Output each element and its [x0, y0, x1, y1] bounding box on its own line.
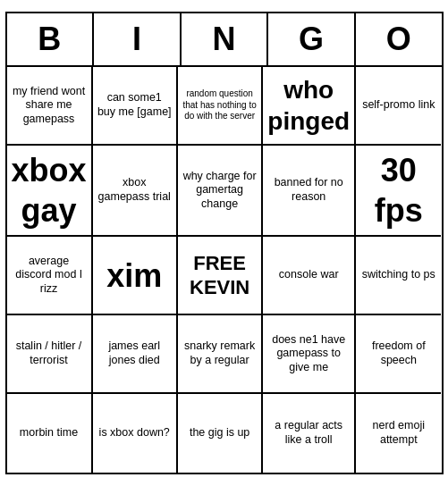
bingo-cell-9: 30 fps [356, 146, 441, 237]
bingo-cell-21: is xbox down? [93, 394, 178, 473]
bingo-cell-3: who pinged [263, 67, 356, 146]
bingo-header: BINGO [7, 13, 442, 67]
header-letter-b: B [7, 13, 95, 65]
bingo-cell-4: self-promo link [356, 67, 441, 146]
bingo-cell-8: banned for no reason [263, 146, 356, 237]
header-letter-n: N [182, 13, 269, 65]
bingo-cell-19: freedom of speech [356, 315, 441, 394]
bingo-cell-10: average discord mod l rizz [7, 237, 93, 315]
bingo-card: BINGO my friend wont share me gamepassca… [5, 12, 444, 474]
header-letter-o: O [356, 13, 442, 65]
bingo-cell-18: does ne1 have gamepass to give me [263, 315, 356, 394]
bingo-cell-12: FREE KEVIN [178, 237, 263, 315]
bingo-cell-20: morbin time [7, 394, 93, 473]
bingo-cell-1: can some1 buy me [game] [93, 67, 178, 146]
header-letter-i: I [94, 13, 182, 65]
bingo-cell-15: stalin / hitler / terrorist [7, 315, 93, 394]
bingo-cell-6: xbox gamepass trial [93, 146, 178, 237]
bingo-cell-23: a regular acts like a troll [263, 394, 356, 473]
bingo-cell-7: why charge for gamertag change [178, 146, 263, 237]
bingo-cell-0: my friend wont share me gamepass [7, 67, 93, 146]
bingo-cell-24: nerd emoji attempt [356, 394, 441, 473]
bingo-cell-16: james earl jones died [93, 315, 178, 394]
bingo-grid: my friend wont share me gamepasscan some… [7, 67, 442, 473]
bingo-cell-22: the gig is up [178, 394, 263, 473]
bingo-cell-11: xim [93, 237, 178, 315]
bingo-cell-14: switching to ps [356, 237, 441, 315]
bingo-cell-2: random question that has nothing to do w… [178, 67, 263, 146]
bingo-cell-13: console war [263, 237, 356, 315]
bingo-cell-5: xbox gay [7, 146, 93, 237]
header-letter-g: G [268, 13, 356, 65]
bingo-cell-17: snarky remark by a regular [178, 315, 263, 394]
